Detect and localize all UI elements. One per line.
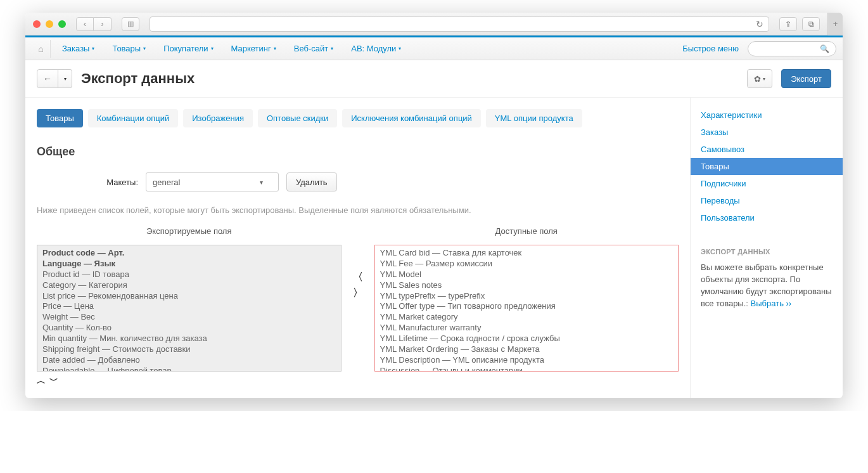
sort-controls: ︿ ﹀ bbox=[37, 375, 341, 387]
list-item[interactable]: YML Model bbox=[380, 269, 673, 280]
list-item[interactable]: YML Fee — Размер комиссии bbox=[380, 259, 673, 269]
list-item[interactable]: Product id — ID товара bbox=[42, 269, 336, 280]
sidebar-toggle-icon[interactable]: ▥ bbox=[122, 17, 139, 31]
move-left-icon[interactable]: 〈 bbox=[353, 271, 363, 284]
layout-label: Макеты: bbox=[37, 178, 138, 187]
list-item[interactable]: YML typePrefix — typePrefix bbox=[380, 291, 673, 302]
tab-yml-options[interactable]: YML опции продукта bbox=[486, 109, 582, 127]
sidebar: ХарактеристикиЗаказыСамовывозТоварыПодпи… bbox=[691, 98, 843, 398]
exported-header: Экспортируемые поля bbox=[37, 226, 341, 236]
close-window-icon[interactable] bbox=[33, 20, 41, 28]
delete-button[interactable]: Удалить bbox=[286, 172, 337, 191]
select-link[interactable]: Выбрать ›› bbox=[751, 299, 792, 308]
list-item[interactable]: Price — Цена bbox=[42, 301, 336, 312]
list-item[interactable]: YML Market category bbox=[380, 312, 673, 323]
list-item[interactable]: YML Lifetime — Срока годности / срока сл… bbox=[380, 334, 673, 344]
move-down-icon[interactable]: ﹀ bbox=[49, 375, 58, 387]
page-header: ← ▾ Экспорт данных ✿▾ Экспорт bbox=[25, 60, 843, 98]
nav-orders[interactable]: Заказы▾ bbox=[53, 37, 103, 60]
list-item[interactable]: YML Manufacturer warranty bbox=[380, 323, 673, 334]
tab-images[interactable]: Изображения bbox=[183, 109, 253, 127]
list-item[interactable]: Category — Категория bbox=[42, 280, 336, 291]
section-title: Общее bbox=[37, 145, 679, 159]
list-item[interactable]: Shipping freight — Стоимость доставки bbox=[42, 344, 336, 355]
browser-toolbar-right: ⇪ ⧉ bbox=[779, 17, 820, 31]
list-item[interactable]: YML Market Ordering — Заказы с Маркета bbox=[380, 344, 673, 355]
search-input[interactable]: 🔍 bbox=[748, 41, 836, 56]
tabs-icon[interactable]: ⧉ bbox=[802, 17, 820, 31]
layout-select[interactable]: general bbox=[146, 172, 279, 191]
main-nav: ⌂ Заказы▾ Товары▾ Покупатели▾ Маркетинг▾… bbox=[25, 37, 843, 60]
list-item[interactable]: YML Description — YML описание продукта bbox=[380, 355, 673, 366]
sidebar-item[interactable]: Пользователи bbox=[691, 209, 843, 226]
sidebar-item[interactable]: Переводы bbox=[691, 192, 843, 209]
sidebar-item[interactable]: Заказы bbox=[691, 124, 843, 141]
nav-marketing[interactable]: Маркетинг▾ bbox=[222, 37, 285, 60]
sidebar-links: ХарактеристикиЗаказыСамовывозТоварыПодпи… bbox=[691, 98, 843, 243]
back-button[interactable]: ← bbox=[37, 69, 58, 88]
export-button[interactable]: Экспорт bbox=[781, 69, 831, 88]
transfer-controls: 〈 〉 bbox=[353, 226, 363, 300]
new-tab-button[interactable]: + bbox=[827, 13, 843, 36]
list-item[interactable]: Downloadable — Цифровой товар bbox=[42, 366, 336, 372]
sidebar-item[interactable]: Товары bbox=[691, 158, 843, 175]
list-item[interactable]: Product code — Арт. bbox=[42, 248, 336, 259]
main-column: Товары Комбинации опций Изображения Опто… bbox=[25, 98, 691, 398]
list-item[interactable]: Language — Язык bbox=[42, 259, 336, 269]
available-column: Доступные поля YML Card bid — Ставка для… bbox=[374, 226, 679, 372]
list-item[interactable]: Weight — Вес bbox=[42, 312, 336, 323]
exported-column: Экспортируемые поля Product code — Арт.L… bbox=[37, 226, 341, 387]
browser-back-button[interactable]: ‹ bbox=[76, 17, 94, 31]
app-content: ⌂ Заказы▾ Товары▾ Покупатели▾ Маркетинг▾… bbox=[25, 36, 843, 398]
list-item[interactable]: Min quantity — Мин. количество для заказ… bbox=[42, 334, 336, 344]
url-bar[interactable]: ↻ bbox=[150, 16, 769, 32]
quick-menu-link[interactable]: Быстрое меню bbox=[673, 44, 748, 53]
tab-exceptions[interactable]: Исключения комбинаций опций bbox=[342, 109, 481, 127]
list-item[interactable]: YML Offer type — Тип товарного предложен… bbox=[380, 301, 673, 312]
list-item[interactable]: Discussion — Отзывы и комментарии bbox=[380, 366, 673, 372]
list-item[interactable]: YML Card bid — Ставка для карточек bbox=[380, 248, 673, 259]
tab-wholesale[interactable]: Оптовые скидки bbox=[258, 109, 337, 127]
nav-ab-modules[interactable]: AB: Модули▾ bbox=[342, 37, 410, 60]
minimize-window-icon[interactable] bbox=[46, 20, 53, 28]
move-up-icon[interactable]: ︿ bbox=[37, 375, 46, 387]
field-columns: Экспортируемые поля Product code — Арт.L… bbox=[37, 226, 679, 387]
available-header: Доступные поля bbox=[374, 226, 679, 236]
sidebar-text: Вы можете выбрать конкретные объекты для… bbox=[701, 262, 833, 309]
sidebar-item[interactable]: Подписчики bbox=[691, 175, 843, 192]
reload-icon[interactable]: ↻ bbox=[756, 19, 763, 29]
page-title: Экспорт данных bbox=[81, 70, 195, 87]
browser-titlebar: ‹ › ▥ ↻ ⇪ ⧉ + bbox=[25, 13, 843, 36]
list-item[interactable]: Date added — Добавлено bbox=[42, 355, 336, 366]
nav-products[interactable]: Товары▾ bbox=[103, 37, 155, 60]
content: Товары Комбинации опций Изображения Опто… bbox=[25, 98, 843, 398]
home-icon[interactable]: ⌂ bbox=[32, 40, 51, 58]
sidebar-item[interactable]: Характеристики bbox=[691, 107, 843, 124]
nav-customers[interactable]: Покупатели▾ bbox=[155, 37, 222, 60]
list-item[interactable]: YML Sales notes bbox=[380, 280, 673, 291]
nav-website[interactable]: Веб-сайт▾ bbox=[285, 37, 342, 60]
tab-products[interactable]: Товары bbox=[37, 109, 83, 127]
browser-forward-button[interactable]: › bbox=[94, 17, 112, 31]
sidebar-heading: ЭКСПОРТ ДАННЫХ bbox=[701, 248, 833, 256]
gear-icon: ✿ bbox=[754, 74, 761, 84]
settings-button[interactable]: ✿▾ bbox=[747, 69, 772, 88]
back-dropdown[interactable]: ▾ bbox=[58, 69, 72, 88]
exported-fields-list[interactable]: Product code — Арт.Language — ЯзыкProduc… bbox=[37, 245, 341, 372]
browser-window: ‹ › ▥ ↻ ⇪ ⧉ + ⌂ Заказы▾ Товары▾ Покупате… bbox=[25, 13, 843, 398]
tab-option-combinations[interactable]: Комбинации опций bbox=[88, 109, 179, 127]
browser-nav: ‹ › bbox=[76, 17, 112, 31]
back-button-group: ← ▾ bbox=[37, 69, 72, 88]
tabs: Товары Комбинации опций Изображения Опто… bbox=[37, 109, 679, 127]
sidebar-section: ЭКСПОРТ ДАННЫХ Вы можете выбрать конкрет… bbox=[691, 248, 843, 309]
help-text: Ниже приведен список полей, которые могу… bbox=[37, 205, 679, 215]
share-icon[interactable]: ⇪ bbox=[779, 17, 797, 31]
list-item[interactable]: Quantity — Кол-во bbox=[42, 323, 336, 334]
sidebar-item[interactable]: Самовывоз bbox=[691, 141, 843, 158]
layout-row: Макеты: general Удалить bbox=[37, 172, 679, 191]
list-item[interactable]: List price — Рекомендованная цена bbox=[42, 291, 336, 302]
move-right-icon[interactable]: 〉 bbox=[353, 287, 363, 300]
available-fields-list[interactable]: YML Card bid — Ставка для карточекYML Fe… bbox=[374, 245, 679, 372]
maximize-window-icon[interactable] bbox=[58, 20, 66, 28]
window-controls bbox=[33, 20, 66, 28]
